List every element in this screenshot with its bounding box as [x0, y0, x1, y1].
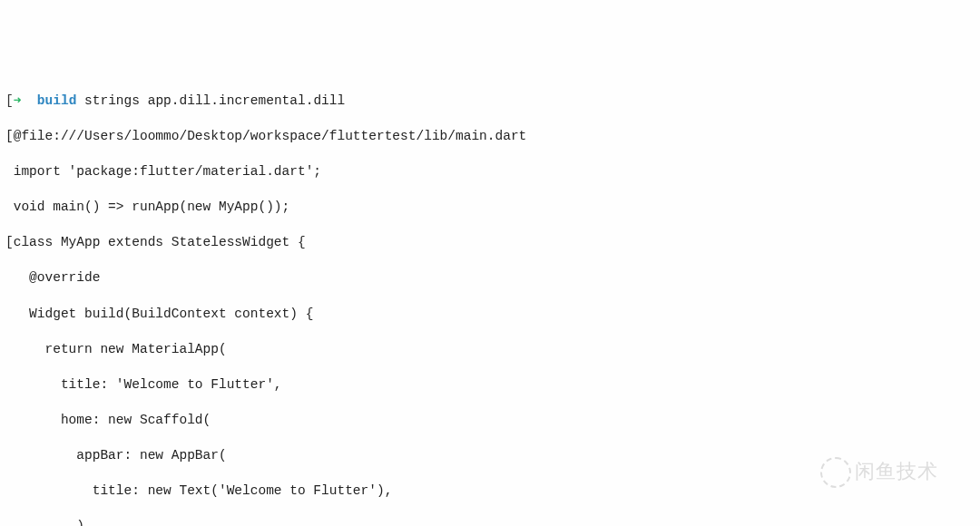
- output-line: title: new Text('Welcome to Flutter'),: [5, 482, 975, 501]
- output-line: Widget build(BuildContext context) {: [5, 306, 975, 324]
- output-line: [class MyApp extends StatelessWidget {: [5, 234, 975, 252]
- output-line: title: 'Welcome to Flutter',: [5, 376, 975, 394]
- output-line: import 'package:flutter/material.dart';: [5, 163, 975, 181]
- terminal-output[interactable]: [➜ build strings app.dill.incremental.di…: [5, 74, 975, 526]
- output-line: return new MaterialApp(: [5, 341, 975, 359]
- output-line: ),: [5, 518, 975, 526]
- output-line: void main() => runApp(new MyApp());: [5, 199, 975, 217]
- output-line: appBar: new AppBar(: [5, 447, 975, 465]
- output-line: home: new Scaffold(: [5, 412, 975, 430]
- output-line: @override: [5, 269, 975, 287]
- command-args: strings app.dill.incremental.dill: [84, 93, 345, 108]
- prompt-line: [➜ build strings app.dill.incremental.di…: [5, 93, 975, 111]
- bracket-open: [: [5, 93, 14, 108]
- command-name: build: [37, 93, 77, 108]
- output-line: [@file:///Users/loommo/Desktop/workspace…: [5, 128, 975, 146]
- prompt-arrow-icon: ➜: [14, 93, 22, 108]
